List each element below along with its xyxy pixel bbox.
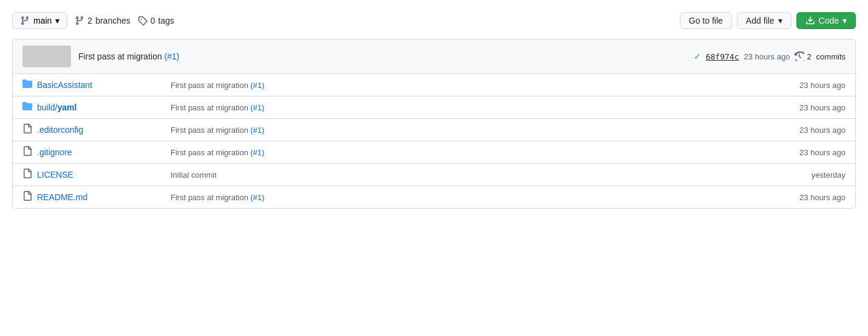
file-name-link[interactable]: BasicAssistant	[37, 80, 92, 90]
add-file-chevron: ▾	[778, 16, 782, 25]
commit-meta: ✓ 68f974c 23 hours ago 2 commits	[694, 52, 846, 61]
commits-label: commits	[816, 52, 846, 61]
file-name-link[interactable]: .editorconfig	[37, 125, 83, 135]
commit-header: First pass at migration (#1) ✓ 68f974c 2…	[13, 39, 855, 74]
file-name-link[interactable]: build/yaml	[37, 102, 76, 112]
file-time: 23 hours ago	[773, 193, 846, 202]
tags-label: tags	[158, 16, 174, 25]
file-icon	[22, 169, 37, 181]
table-row: BasicAssistantFirst pass at migration (#…	[13, 74, 855, 96]
table-row: README.mdFirst pass at migration (#1)23 …	[13, 186, 855, 208]
file-commit-message-link[interactable]: First pass at migration	[171, 148, 248, 157]
table-row: .gitignoreFirst pass at migration (#1)23…	[13, 141, 855, 164]
branches-count: 2	[87, 16, 92, 25]
file-commit-message: First pass at migration (#1)	[171, 81, 773, 90]
file-name: BasicAssistant	[37, 80, 171, 90]
tag-icon	[138, 16, 147, 25]
branch-icon	[20, 16, 30, 25]
file-commit-message: First pass at migration (#1)	[171, 193, 773, 202]
toolbar-right: Go to file Add file ▾ Code ▾	[680, 12, 856, 29]
file-commit-message: First pass at migration (#1)	[171, 126, 773, 135]
tags-link[interactable]: 0 tags	[138, 16, 174, 25]
table-row: .editorconfigFirst pass at migration (#1…	[13, 119, 855, 141]
commits-count: 2	[807, 52, 811, 61]
branches-label: branches	[95, 16, 131, 25]
commit-time: 23 hours ago	[744, 52, 790, 61]
file-commit-pr-link[interactable]: (#1)	[251, 148, 265, 157]
code-chevron: ▾	[843, 16, 847, 25]
folder-icon	[22, 79, 37, 91]
toolbar-left: main ▾ 2 branches 0 tags	[12, 12, 673, 29]
commit-message-container: First pass at migration (#1)	[78, 52, 687, 61]
history-icon	[795, 52, 804, 61]
code-label: Code	[819, 16, 839, 25]
add-file-button[interactable]: Add file ▾	[737, 12, 792, 29]
table-row: LICENSEInitial commityesterday	[13, 164, 855, 186]
file-time: 23 hours ago	[773, 103, 846, 112]
file-commit-pr-link[interactable]: (#1)	[251, 193, 265, 202]
branch-chevron: ▾	[55, 16, 59, 25]
file-icon	[22, 146, 37, 158]
commits-count-link[interactable]: 2 commits	[795, 52, 846, 61]
folder-icon	[22, 101, 37, 113]
go-to-file-button[interactable]: Go to file	[680, 12, 732, 29]
add-file-label: Add file	[746, 16, 775, 25]
file-commit-message-link[interactable]: First pass at migration	[171, 193, 248, 202]
file-time: 23 hours ago	[773, 81, 846, 90]
table-row: build/yamlFirst pass at migration (#1)23…	[13, 96, 855, 119]
toolbar: main ▾ 2 branches 0 tags Go to file Add …	[12, 12, 856, 29]
file-commit-message: First pass at migration (#1)	[171, 103, 773, 112]
file-name-link[interactable]: README.md	[37, 192, 87, 202]
file-table: First pass at migration (#1) ✓ 68f974c 2…	[12, 39, 856, 209]
commit-message-text: First pass at migration	[78, 52, 162, 61]
file-commit-pr-link[interactable]: (#1)	[251, 81, 265, 90]
file-name: .gitignore	[37, 147, 171, 157]
file-name: LICENSE	[37, 170, 171, 180]
file-name: README.md	[37, 192, 171, 202]
file-time: 23 hours ago	[773, 148, 846, 157]
file-commit-message: First pass at migration (#1)	[171, 148, 773, 157]
file-icon	[22, 191, 37, 203]
file-commit-pr-link[interactable]: (#1)	[251, 126, 265, 135]
file-commit-message-link[interactable]: First pass at migration	[171, 103, 248, 112]
branches-link[interactable]: 2 branches	[75, 16, 130, 25]
commit-hash: 68f974c	[706, 52, 739, 61]
file-name: build/yaml	[37, 102, 171, 112]
commit-pr-link: (#1)	[164, 52, 180, 61]
file-commit-message: Initial commit	[171, 170, 773, 180]
avatar	[22, 45, 71, 67]
tags-count: 0	[151, 16, 155, 25]
branches-icon	[75, 16, 84, 25]
code-button[interactable]: Code ▾	[796, 12, 856, 29]
file-commit-message-link[interactable]: First pass at migration	[171, 81, 248, 90]
download-icon	[805, 16, 815, 25]
branch-selector[interactable]: main ▾	[12, 12, 67, 29]
file-name: .editorconfig	[37, 125, 171, 135]
file-rows: BasicAssistantFirst pass at migration (#…	[13, 74, 855, 208]
file-time: yesterday	[773, 170, 846, 180]
go-to-file-label: Go to file	[689, 16, 723, 25]
file-icon	[22, 124, 37, 136]
file-time: 23 hours ago	[773, 126, 846, 135]
file-commit-message-link[interactable]: Initial commit	[171, 170, 217, 180]
file-name-link[interactable]: LICENSE	[37, 170, 73, 180]
commit-message-link[interactable]: First pass at migration (#1)	[78, 52, 180, 61]
file-commit-pr-link[interactable]: (#1)	[251, 103, 265, 112]
commit-hash-link[interactable]: 68f974c	[706, 52, 739, 61]
file-commit-message-link[interactable]: First pass at migration	[171, 126, 248, 135]
check-icon: ✓	[694, 52, 701, 61]
file-name-link[interactable]: .gitignore	[37, 147, 72, 157]
branch-name: main	[33, 16, 52, 25]
